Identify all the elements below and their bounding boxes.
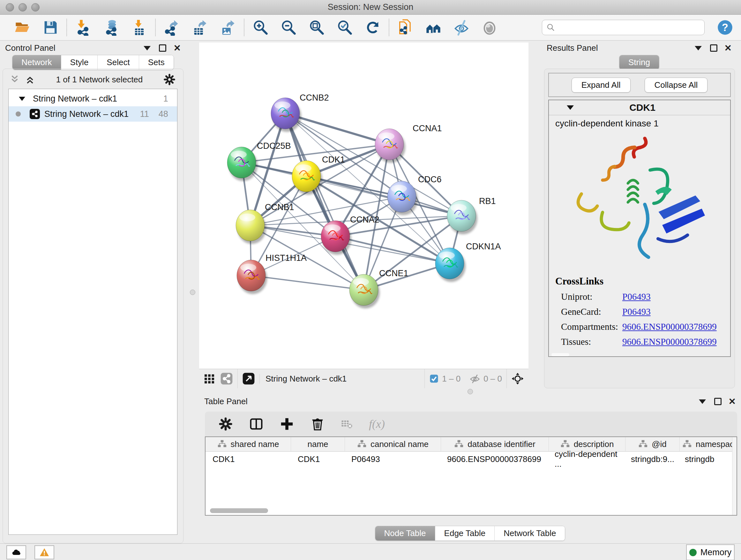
- splitter-handle[interactable]: [190, 290, 195, 295]
- gear-icon[interactable]: [163, 73, 176, 85]
- crosslink-label: Tissues:: [561, 336, 622, 347]
- network-node-CCNB1[interactable]: CCNB1: [236, 202, 294, 244]
- collapse-all-button[interactable]: Collapse All: [645, 78, 708, 92]
- right-splitter[interactable]: [529, 41, 542, 388]
- horizontal-splitter[interactable]: [199, 388, 741, 394]
- table-hscrollbar[interactable]: [210, 508, 268, 513]
- clone-network-button[interactable]: [391, 17, 419, 38]
- tab-string[interactable]: String: [619, 55, 659, 70]
- minimize-window-button[interactable]: [18, 3, 27, 11]
- cell-id: stringdb:9...: [624, 454, 678, 464]
- close-panel-icon[interactable]: ✕: [729, 397, 736, 406]
- crosshair-icon[interactable]: [511, 372, 524, 385]
- network-node-HIST1H1A[interactable]: HIST1H1A: [237, 253, 307, 294]
- open-session-button[interactable]: [8, 17, 37, 38]
- genecard-link[interactable]: P06493: [622, 307, 651, 317]
- node-section-header[interactable]: CDK1: [549, 100, 730, 115]
- help-button[interactable]: ?: [717, 19, 733, 36]
- network-node-CDKN1A[interactable]: CDKN1A: [435, 242, 501, 282]
- tissues-link[interactable]: 9606.ENSP00000378699: [622, 336, 717, 347]
- refresh-button[interactable]: [359, 17, 387, 38]
- delete-table-icon[interactable]: [341, 418, 353, 430]
- delete-column-trash-icon[interactable]: [310, 417, 325, 431]
- tab-network[interactable]: Network: [12, 55, 61, 70]
- float-panel-icon[interactable]: [159, 44, 166, 52]
- table-row[interactable]: CDK1 CDK1 P06493 9606.ENSP00000378699 cy…: [205, 452, 737, 466]
- export-image-button[interactable]: [214, 17, 242, 38]
- close-panel-icon[interactable]: ✕: [173, 44, 181, 53]
- crosslinks-section: CrossLinks Uniprot:P06493 GeneCard:P0649…: [555, 275, 724, 353]
- network-node-CDC25B[interactable]: CDC25B: [227, 141, 291, 181]
- column-header-namespace[interactable]: namespac: [679, 437, 737, 451]
- tab-select[interactable]: Select: [97, 55, 138, 70]
- expand-all-icon[interactable]: [24, 74, 36, 85]
- collapse-all-icon[interactable]: [9, 74, 20, 85]
- close-panel-icon[interactable]: ✕: [724, 44, 732, 53]
- cell-description: cyclin-dependent ...: [548, 449, 624, 469]
- tab-edge-table[interactable]: Edge Table: [435, 526, 495, 541]
- export-view-icon[interactable]: [242, 372, 255, 385]
- export-table-button[interactable]: [186, 17, 214, 38]
- search-input[interactable]: [556, 22, 704, 33]
- tab-network-table[interactable]: Network Table: [494, 526, 565, 541]
- zoom-out-button[interactable]: [274, 17, 302, 38]
- save-session-button[interactable]: [37, 17, 64, 38]
- network-collection-row[interactable]: String Network – cdk1 1: [9, 91, 177, 106]
- panel-menu-icon[interactable]: [144, 46, 151, 51]
- panel-menu-icon[interactable]: [699, 399, 706, 404]
- column-header-name[interactable]: name: [291, 437, 345, 451]
- network-view-title: String Network – cdk1: [259, 374, 424, 384]
- close-window-button[interactable]: [6, 3, 14, 11]
- add-column-icon[interactable]: [280, 417, 294, 431]
- column-header-shared-name[interactable]: shared name: [205, 437, 291, 451]
- results-hscrollbar[interactable]: [551, 353, 569, 356]
- string-network-graph[interactable]: CCNB2CCNA1CDC25BCDK1CDC6RB1CCNB1CCNA2CDK…: [199, 43, 529, 369]
- panel-menu-icon[interactable]: [695, 46, 702, 51]
- pharos-link[interactable]: P06493: [622, 352, 651, 353]
- left-splitter[interactable]: [186, 41, 199, 543]
- cloud-status-button[interactable]: [6, 545, 26, 559]
- network-row-selected[interactable]: String Network – cdk1 1148: [9, 106, 177, 122]
- table-vscrollbar[interactable]: [732, 437, 737, 515]
- svg-text:HIST1H1A: HIST1H1A: [266, 253, 307, 263]
- float-panel-icon[interactable]: [714, 398, 722, 405]
- network-overview-icon[interactable]: [220, 372, 233, 385]
- network-canvas[interactable]: CCNB2CCNA1CDC25BCDK1CDC6RB1CCNB1CCNA2CDK…: [199, 43, 529, 369]
- network-node-CCNE1[interactable]: CCNE1: [349, 268, 408, 308]
- zoom-fit-button[interactable]: [302, 17, 331, 38]
- export-network-button[interactable]: [158, 17, 186, 38]
- network-node-RB1[interactable]: RB1: [447, 196, 496, 234]
- crosslink-label: Uniprot:: [561, 292, 622, 302]
- import-table-button[interactable]: [125, 17, 153, 38]
- maximize-window-button[interactable]: [31, 3, 40, 11]
- column-header-id[interactable]: @id: [625, 437, 679, 451]
- function-builder-icon[interactable]: f(x): [369, 417, 385, 431]
- tab-node-table[interactable]: Node Table: [375, 526, 435, 541]
- birds-eye-grid-icon[interactable]: [204, 373, 215, 384]
- import-network-button[interactable]: [69, 17, 97, 38]
- network-node-CCNA1[interactable]: CCNA1: [375, 124, 442, 163]
- column-header-canonical-name[interactable]: canonical name: [345, 437, 441, 451]
- split-columns-icon[interactable]: [249, 417, 264, 431]
- warning-status-button[interactable]: [35, 545, 54, 559]
- import-network-from-database-button[interactable]: [97, 17, 125, 38]
- selected-checkbox-icon[interactable]: [429, 374, 439, 383]
- zoom-selected-button[interactable]: [331, 17, 359, 38]
- column-header-database-identifier[interactable]: database identifier: [441, 437, 549, 451]
- show-homes-button[interactable]: [419, 17, 448, 38]
- collection-expand-icon[interactable]: [19, 97, 25, 101]
- tab-style[interactable]: Style: [61, 55, 98, 70]
- hide-graphics-button[interactable]: [448, 17, 475, 38]
- splitter-handle[interactable]: [468, 389, 473, 394]
- section-collapse-icon[interactable]: [567, 105, 574, 110]
- show-graphics-button[interactable]: [475, 17, 503, 38]
- uniprot-link[interactable]: P06493: [622, 292, 651, 302]
- network-node-CCNB2[interactable]: CCNB2: [271, 93, 329, 132]
- compartments-link[interactable]: 9606.ENSP00000378699: [622, 321, 717, 332]
- zoom-in-button[interactable]: [246, 17, 274, 38]
- float-panel-icon[interactable]: [710, 44, 718, 52]
- expand-all-button[interactable]: Expand All: [571, 78, 630, 92]
- tab-sets[interactable]: Sets: [139, 55, 174, 70]
- table-settings-gear-icon[interactable]: [218, 417, 233, 431]
- memory-button[interactable]: Memory: [686, 544, 735, 560]
